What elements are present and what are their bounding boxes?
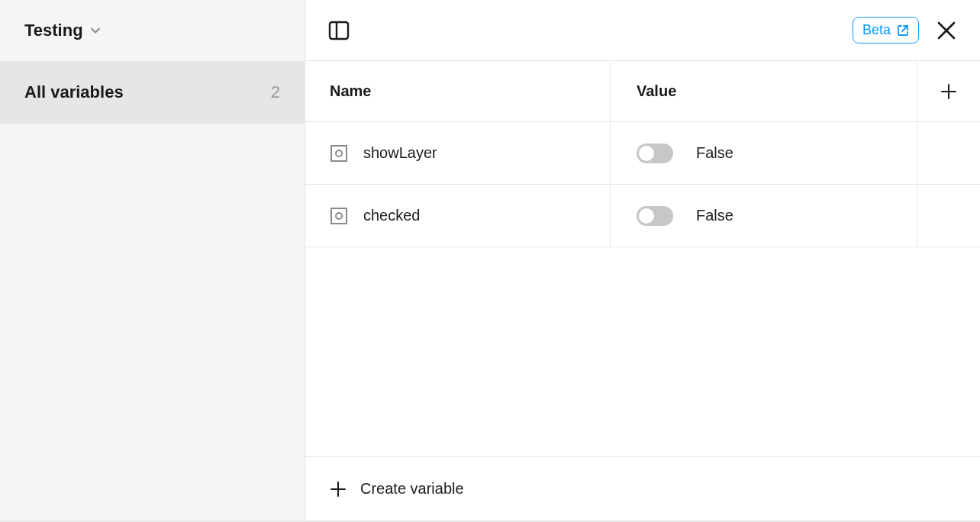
column-header-name[interactable]: Name [305, 61, 611, 121]
sidebar-item-all-variables[interactable]: All variables 2 [0, 61, 305, 124]
create-variable-label: Create variable [360, 480, 464, 498]
collection-selector[interactable]: Testing [0, 0, 305, 61]
svg-rect-2 [331, 146, 347, 161]
table-body: showLayer False checked [305, 122, 980, 247]
value-toggle[interactable] [637, 143, 673, 163]
variables-panel: Testing All variables 2 [0, 0, 980, 522]
chevron-down-icon [89, 24, 102, 37]
variable-value-cell[interactable]: False [611, 185, 917, 246]
variable-value-cell[interactable]: False [611, 122, 917, 184]
row-end [917, 122, 980, 184]
plus-icon [330, 481, 347, 498]
boolean-type-icon [330, 207, 348, 225]
toggle-sidebar-button[interactable] [324, 15, 354, 46]
variable-name-cell[interactable]: checked [305, 185, 611, 246]
sidebar: Testing All variables 2 [0, 0, 305, 520]
topbar: Beta [305, 0, 980, 61]
external-link-icon [897, 24, 909, 37]
svg-point-5 [336, 213, 342, 219]
column-header-value[interactable]: Value [611, 61, 917, 121]
variable-name: checked [363, 207, 421, 224]
sidebar-item-count: 2 [271, 82, 280, 102]
svg-rect-4 [331, 208, 347, 224]
plus-icon [940, 82, 958, 101]
close-icon [936, 21, 956, 40]
svg-point-3 [336, 150, 342, 156]
close-button[interactable] [931, 15, 962, 46]
row-end [917, 185, 980, 246]
table-row[interactable]: checked False [305, 185, 980, 247]
boolean-type-icon [330, 144, 348, 163]
variable-name-cell[interactable]: showLayer [305, 122, 611, 184]
panel-icon [327, 19, 350, 42]
sidebar-item-label: All variables [24, 82, 124, 102]
variable-name: showLayer [363, 144, 437, 162]
value-toggle[interactable] [637, 206, 673, 226]
beta-badge[interactable]: Beta [853, 17, 919, 44]
svg-rect-0 [330, 22, 348, 39]
value-label: False [696, 207, 733, 224]
table-row[interactable]: showLayer False [305, 122, 980, 185]
table-header: Name Value [305, 61, 980, 122]
collection-title: Testing [24, 21, 83, 40]
value-label: False [696, 144, 733, 162]
add-mode-button[interactable] [917, 61, 980, 121]
beta-label: Beta [862, 22, 891, 38]
create-variable-button[interactable]: Create variable [305, 456, 980, 520]
main-content: Beta Name Value [305, 0, 980, 520]
